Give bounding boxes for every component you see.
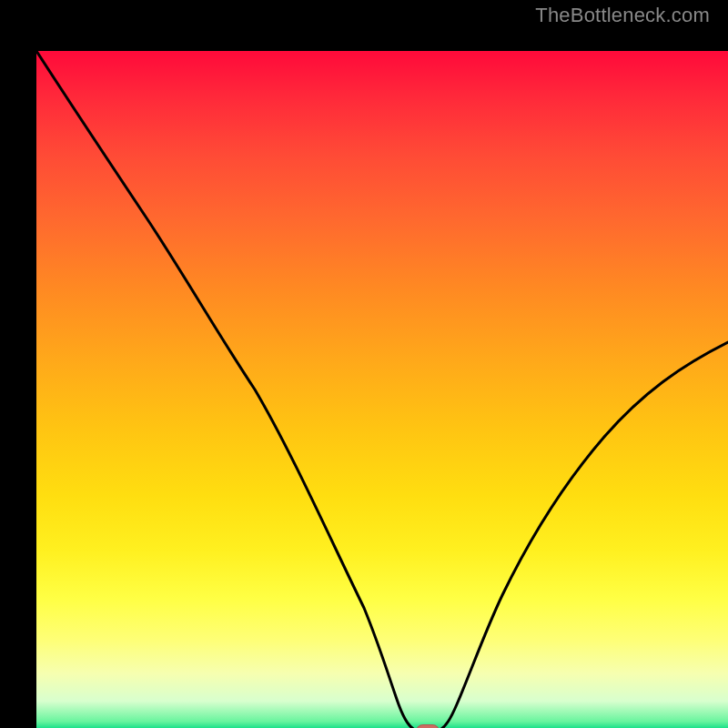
- chart-frame: [0, 0, 728, 728]
- curve-path: [36, 51, 728, 728]
- optimal-marker: [416, 724, 440, 728]
- watermark-text: TheBottleneck.com: [535, 4, 710, 27]
- plot-area: [36, 51, 728, 728]
- bottleneck-curve: [36, 51, 728, 728]
